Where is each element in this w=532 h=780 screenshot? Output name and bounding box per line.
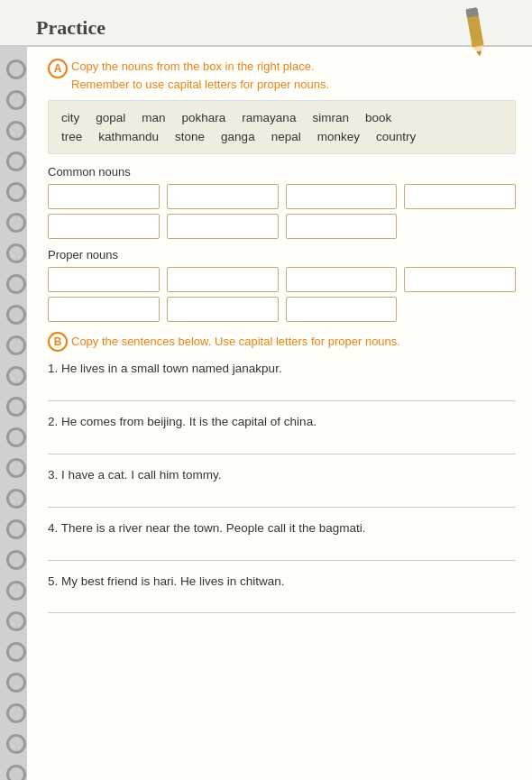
write-line-1: [48, 383, 516, 401]
write-line-5: [48, 595, 516, 613]
common-noun-box-3[interactable]: [286, 184, 398, 209]
sentence-text-1: 1. He lives in a small town named janakp…: [48, 361, 516, 378]
spiral-ring: [6, 243, 26, 263]
sentence-item-5: 5. My best friend is hari. He lives in c…: [48, 574, 516, 614]
instruction-line2: Remember to use capital letters for prop…: [71, 78, 329, 91]
proper-nouns-row-1: [48, 267, 516, 292]
word-box: city gopal man pokhara ramayana simran b…: [48, 100, 516, 154]
word-row-2: tree kathmandu stone ganga nepal monkey …: [61, 127, 502, 146]
word-city: city: [61, 111, 79, 124]
spiral-ring: [6, 305, 26, 325]
proper-noun-box-1[interactable]: [48, 267, 160, 292]
spiral-ring: [6, 335, 26, 355]
section-a-header: A Copy the nouns from the box in the rig…: [48, 58, 516, 93]
spiral-ring: [6, 151, 26, 171]
word-nepal: nepal: [271, 130, 301, 143]
section-b-instruction: Copy the sentences below. Use capital le…: [71, 335, 400, 348]
common-noun-box-1[interactable]: [48, 184, 160, 209]
word-ganga: ganga: [221, 130, 255, 143]
sentence-item-2: 2. He comes from beijing. It is the capi…: [48, 414, 516, 454]
content-area: A Copy the nouns from the box in the rig…: [32, 47, 532, 780]
spiral-ring: [6, 765, 26, 780]
spiral-ring: [6, 90, 26, 110]
word-simran: simran: [312, 111, 349, 124]
spiral-ring: [6, 703, 26, 723]
word-row-1: city gopal man pokhara ramayana simran b…: [61, 108, 502, 127]
spiral-ring: [6, 489, 26, 509]
sentences-list: 1. He lives in a small town named janakp…: [48, 361, 516, 613]
spiral-ring: [6, 121, 26, 141]
common-nouns-label: Common nouns: [48, 165, 516, 179]
word-kathmandu: kathmandu: [98, 130, 159, 143]
spiral-ring: [6, 642, 26, 662]
sentence-text-3: 3. I have a cat. I call him tommy.: [48, 467, 516, 484]
proper-noun-box-4[interactable]: [404, 267, 516, 292]
spiral-ring: [6, 581, 26, 601]
common-noun-box-4[interactable]: [404, 184, 516, 209]
word-ramayana: ramayana: [242, 111, 296, 124]
proper-noun-box-3[interactable]: [286, 267, 398, 292]
sentence-item-1: 1. He lives in a small town named janakp…: [48, 361, 516, 401]
word-tree: tree: [61, 130, 82, 143]
sentence-text-5: 5. My best friend is hari. He lives in c…: [48, 574, 516, 591]
proper-noun-box-2[interactable]: [167, 267, 279, 292]
proper-nouns-grid: [48, 267, 516, 322]
spiral-ring: [6, 274, 26, 294]
word-gopal: gopal: [96, 111, 125, 124]
sentence-text-4: 4. There is a river near the town. Peopl…: [48, 520, 516, 537]
word-pokhara: pokhara: [182, 111, 226, 124]
word-stone: stone: [175, 130, 205, 143]
common-noun-box-7[interactable]: [286, 214, 398, 239]
common-noun-box-2[interactable]: [167, 184, 279, 209]
common-nouns-row-1: [48, 184, 516, 209]
word-country: country: [376, 130, 416, 143]
common-noun-box-6[interactable]: [167, 214, 279, 239]
section-b-badge: B: [48, 332, 68, 352]
write-line-3: [48, 490, 516, 508]
proper-noun-box-5[interactable]: [48, 297, 160, 322]
section-a-badge: A: [48, 59, 68, 78]
spiral-ring: [6, 458, 26, 478]
proper-nouns-row-2: [48, 297, 516, 322]
sentence-item-4: 4. There is a river near the town. Peopl…: [48, 520, 516, 561]
common-nouns-row-2: [48, 214, 516, 239]
proper-nouns-label: Proper nouns: [48, 248, 516, 262]
spiral-ring: [6, 60, 26, 79]
common-noun-box-5[interactable]: [48, 214, 160, 239]
write-line-4: [48, 543, 516, 561]
spiral-ring: [6, 550, 26, 570]
instruction-line1: Copy the nouns from the box in the right…: [71, 60, 315, 73]
spiral-ring: [6, 182, 26, 202]
word-monkey: monkey: [317, 130, 360, 143]
page-title: Practice: [36, 16, 105, 40]
word-book: book: [365, 111, 391, 124]
proper-noun-box-6[interactable]: [167, 297, 279, 322]
spiral-ring: [6, 611, 26, 631]
common-nouns-section: Common nouns: [48, 165, 516, 239]
spiral-ring: [6, 673, 26, 693]
common-nouns-grid: [48, 184, 516, 239]
section-b-header: B Copy the sentences below. Use capital …: [48, 331, 516, 352]
spiral-ring: [6, 427, 26, 447]
spiral-ring: [6, 734, 26, 754]
spiral-ring: [6, 519, 26, 539]
spiral-ring: [6, 213, 26, 233]
word-man: man: [142, 111, 165, 124]
write-line-2: [48, 436, 516, 454]
sentence-text-2: 2. He comes from beijing. It is the capi…: [48, 414, 516, 431]
spiral-ring: [6, 397, 26, 417]
sentence-item-3: 3. I have a cat. I call him tommy.: [48, 467, 516, 508]
proper-noun-box-7[interactable]: [286, 297, 398, 322]
section-a-instruction: Copy the nouns from the box in the right…: [71, 58, 329, 93]
proper-nouns-section: Proper nouns: [48, 248, 516, 322]
spiral-ring: [6, 366, 26, 386]
